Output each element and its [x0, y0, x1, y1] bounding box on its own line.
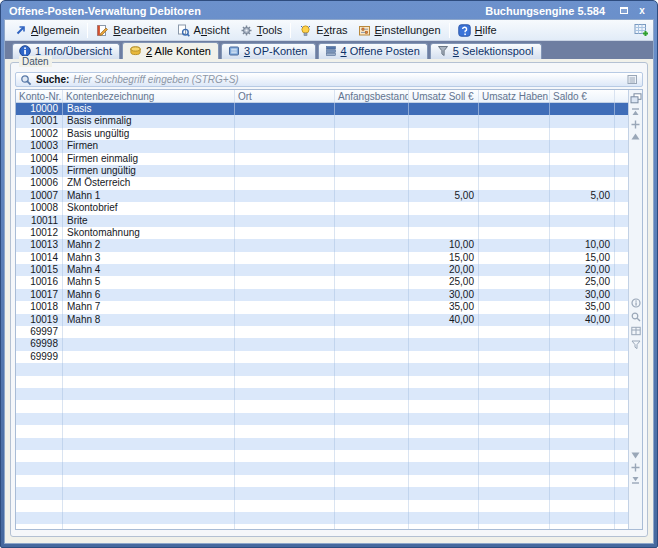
cell-saldo — [550, 103, 615, 115]
menu-item-einstellungen[interactable]: Einstellungen — [353, 23, 446, 38]
table-row[interactable]: 10000Basis — [16, 103, 628, 115]
cell-konto: 10014 — [16, 252, 63, 264]
menu-item-label: Hilfe — [475, 24, 497, 36]
column-header-kontenbezeichnung[interactable]: Kontenbezeichnung — [63, 90, 235, 102]
cell-ort — [235, 462, 335, 474]
cell-anfangsbestand — [335, 177, 409, 189]
tab-4-offene-posten[interactable]: 4 Offene Posten — [318, 43, 428, 59]
column-header-saldo[interactable]: Saldo € — [550, 90, 615, 102]
cell-saldo — [550, 165, 615, 177]
restore-button[interactable] — [617, 4, 631, 17]
cell-konto — [16, 450, 63, 462]
table-row[interactable]: 10014Mahn 315,0015,00 — [16, 252, 628, 264]
table-row[interactable]: 10007Mahn 15,005,00 — [16, 190, 628, 202]
menu-item-tools[interactable]: Tools — [235, 23, 288, 38]
table-row[interactable]: 10019Mahn 840,0040,00 — [16, 314, 628, 326]
cell-spare — [615, 215, 628, 227]
tab-5-selektionspool[interactable]: 5 Selektionspool — [430, 43, 542, 59]
cell-saldo — [550, 177, 615, 189]
cell-bezeichnung: Mahn 8 — [63, 314, 235, 326]
cell-saldo: 40,00 — [550, 314, 615, 326]
cell-spare — [615, 512, 628, 524]
cell-soll — [409, 140, 479, 152]
tab-3-op-konten[interactable]: 3 OP-Konten — [221, 43, 316, 59]
cell-spare — [615, 301, 628, 313]
cell-saldo — [550, 475, 615, 487]
scroll-bottom-icon[interactable] — [631, 476, 640, 484]
table-row[interactable]: 69998 — [16, 338, 628, 350]
tab-2-alle-konten[interactable]: 2 Alle Konten — [122, 42, 219, 59]
column-header-ort[interactable]: Ort — [235, 90, 335, 102]
table-row[interactable]: 10017Mahn 630,0030,00 — [16, 289, 628, 301]
plus-small-icon[interactable] — [631, 463, 640, 472]
cell-soll: 15,00 — [409, 252, 479, 264]
table-row-empty — [16, 487, 628, 499]
cell-saldo — [550, 326, 615, 338]
cell-konto: 10013 — [16, 239, 63, 251]
cell-bezeichnung: Brite — [63, 215, 235, 227]
search-options-icon[interactable] — [627, 74, 638, 85]
table-row[interactable]: 10005Firmen ungültig — [16, 165, 628, 177]
column-header-spare — [615, 90, 628, 102]
cell-soll — [409, 103, 479, 115]
column-header-umsatz-soll[interactable]: Umsatz Soll € — [409, 90, 479, 102]
column-chooser-icon[interactable] — [630, 93, 642, 104]
table-row[interactable]: 69999 — [16, 351, 628, 363]
table-row[interactable]: 10015Mahn 420,0020,00 — [16, 264, 628, 276]
cell-ort — [235, 153, 335, 165]
column-header-umsatz-haben[interactable]: Umsatz Haben € — [479, 90, 550, 102]
table-small-icon[interactable] — [631, 326, 641, 336]
cell-bezeichnung: Basis — [63, 103, 235, 115]
accounts-grid: Konto-Nr.KontenbezeichnungOrtAnfangsbest… — [15, 89, 643, 530]
triangle-down-icon[interactable] — [631, 452, 640, 459]
triangle-up-icon[interactable] — [631, 133, 640, 140]
cell-konto — [16, 512, 63, 524]
menu-item-label: Bearbeiten — [113, 24, 166, 36]
cell-bezeichnung — [63, 462, 235, 474]
cell-ort — [235, 165, 335, 177]
table-row[interactable]: 10018Mahn 735,0035,00 — [16, 301, 628, 313]
plus-small-icon[interactable] — [631, 120, 640, 129]
table-row[interactable]: 10003Firmen — [16, 140, 628, 152]
menu-item-ansicht[interactable]: Ansicht — [172, 23, 235, 38]
cell-saldo — [550, 376, 615, 388]
cell-konto: 10001 — [16, 115, 63, 127]
table-row[interactable]: 10012Skontomahnung — [16, 227, 628, 239]
search-input[interactable]: Suche: Hier Suchbegriff eingeben (STRG+S… — [15, 72, 643, 87]
cell-spare — [615, 202, 628, 214]
cell-ort — [235, 376, 335, 388]
table-row[interactable]: 10006ZM Österreich — [16, 177, 628, 189]
cell-haben — [479, 252, 550, 264]
table-row[interactable]: 10011Brite — [16, 215, 628, 227]
table-row[interactable]: 10004Firmen einmalig — [16, 153, 628, 165]
menu-item-extras[interactable]: Extras — [294, 23, 352, 38]
cell-ort — [235, 363, 335, 375]
close-button[interactable]: x — [635, 4, 649, 17]
cell-anfangsbestand — [335, 128, 409, 140]
cell-haben — [479, 438, 550, 450]
cell-bezeichnung — [63, 363, 235, 375]
table-row[interactable]: 10016Mahn 525,0025,00 — [16, 276, 628, 288]
table-row[interactable]: 10002Basis ungültig — [16, 128, 628, 140]
scroll-top-icon[interactable] — [631, 108, 640, 116]
cell-saldo — [550, 487, 615, 499]
table-row[interactable]: 69997 — [16, 326, 628, 338]
menu-item-hilfe[interactable]: Hilfe — [453, 23, 502, 38]
cell-haben — [479, 276, 550, 288]
table-row[interactable]: 10001Basis einmalig — [16, 115, 628, 127]
filter-small-icon[interactable] — [631, 340, 641, 350]
menu-item-allgemein[interactable]: Allgemein — [9, 23, 84, 38]
column-header-anfangsbestand[interactable]: Anfangsbestand — [335, 90, 409, 102]
column-header-konto-nr[interactable]: Konto-Nr. — [16, 90, 63, 102]
window-title: Offene-Posten-Verwaltung Debitoren — [9, 5, 201, 17]
op-konten-icon — [228, 45, 240, 57]
menu-item-bearbeiten[interactable]: Bearbeiten — [91, 23, 171, 38]
table-row[interactable]: 10008Skontobrief — [16, 202, 628, 214]
table-row[interactable]: 10013Mahn 210,0010,00 — [16, 239, 628, 251]
info-small-icon[interactable] — [631, 298, 641, 308]
cell-soll: 30,00 — [409, 289, 479, 301]
cell-bezeichnung — [63, 438, 235, 450]
grid-add-icon[interactable] — [634, 23, 649, 37]
magnifier-small-icon[interactable] — [631, 312, 641, 322]
cell-bezeichnung — [63, 326, 235, 338]
